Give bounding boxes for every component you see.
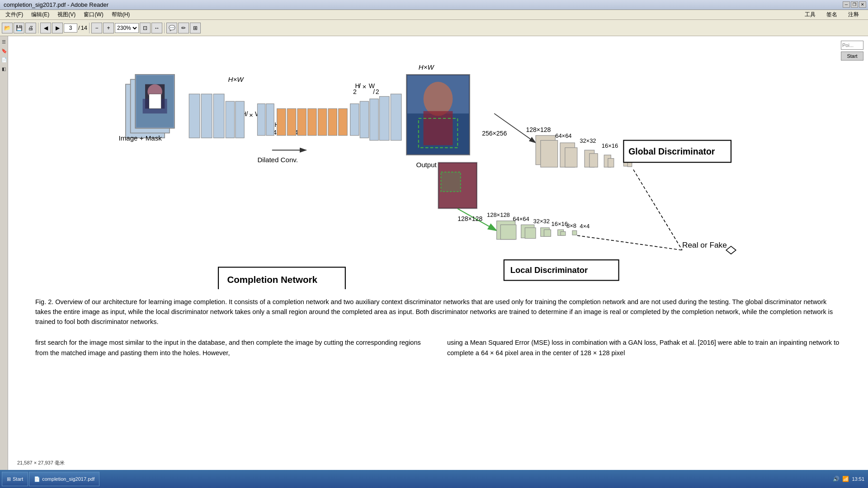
pdf-icon: 📄 <box>34 476 40 482</box>
svg-text:×: × <box>249 111 253 119</box>
two-column-text: first search for the image most similar … <box>35 338 841 358</box>
svg-text:Local Discriminator: Local Discriminator <box>510 265 588 275</box>
windows-icon: ⊞ <box>7 476 11 482</box>
crop-btn[interactable]: ⊞ <box>190 23 201 33</box>
fit-width-button[interactable]: ↔ <box>151 23 162 33</box>
start-label: Start <box>13 476 23 482</box>
svg-text:64×64: 64×64 <box>513 216 529 222</box>
network-icon: 🔊 <box>833 476 840 482</box>
layers-icon[interactable]: ◧ <box>0 65 8 72</box>
menu-window[interactable]: 窗口(W) <box>80 10 107 19</box>
svg-rect-20 <box>226 101 234 138</box>
open-button[interactable]: 📂 <box>2 23 13 33</box>
markup-btn[interactable]: ✏ <box>178 23 189 33</box>
pdf-page: Start Image + Mask <box>8 36 868 470</box>
svg-text:/: / <box>373 88 375 95</box>
clock-time: 13:51 <box>852 476 864 482</box>
col2-text: using a Mean Squared Error (MSE) loss in… <box>447 338 841 358</box>
svg-rect-69 <box>541 141 558 167</box>
svg-text:H×W: H×W <box>419 63 435 71</box>
svg-line-105 <box>577 235 682 250</box>
svg-text:32×32: 32×32 <box>533 218 550 225</box>
pages-icon[interactable]: 📄 <box>0 56 8 63</box>
svg-rect-42 <box>370 99 378 141</box>
separator2 <box>89 23 90 33</box>
window-controls: ─ ❐ ✕ <box>843 1 866 8</box>
taskbar-right: 🔊 📶 13:51 <box>833 476 866 482</box>
svg-point-55 <box>424 82 453 116</box>
titlebar: completion_sig2017.pdf - Adobe Reader ─ … <box>0 0 868 10</box>
svg-text:Completion Network: Completion Network <box>227 274 317 285</box>
sign-menu[interactable]: 签名 <box>823 10 841 19</box>
svg-rect-75 <box>608 159 614 167</box>
next-page-button[interactable]: ▶ <box>52 23 63 33</box>
page-dimensions: 21,587 × 27,937 毫米 <box>17 460 65 466</box>
svg-rect-44 <box>391 94 401 141</box>
menu-view[interactable]: 视图(V) <box>54 10 79 19</box>
svg-text:Output: Output <box>416 161 437 169</box>
col1-text: first search for the image most similar … <box>35 338 429 358</box>
zoom-select[interactable]: 230% 100% 150% <box>115 23 139 33</box>
separator3 <box>164 23 165 33</box>
svg-rect-37 <box>339 108 347 135</box>
floating-buttons: Start <box>841 41 863 61</box>
svg-rect-71 <box>565 148 577 167</box>
svg-rect-91 <box>544 230 551 236</box>
minimize-button[interactable]: ─ <box>843 1 850 8</box>
svg-text:×: × <box>363 83 367 90</box>
side-panel: ☰ 🔖 📄 ◧ <box>0 36 8 470</box>
start-taskbar-button[interactable]: ⊞ Start <box>2 472 28 486</box>
svg-text:256×256: 256×256 <box>482 130 507 137</box>
menu-help[interactable]: 帮助(H) <box>108 10 134 19</box>
svg-text:Real or Fake: Real or Fake <box>682 240 727 249</box>
svg-rect-35 <box>318 108 326 135</box>
svg-rect-40 <box>350 104 359 136</box>
svg-text:16×16: 16×16 <box>602 142 618 149</box>
restore-button[interactable]: ❐ <box>851 1 858 8</box>
svg-rect-30 <box>266 104 274 136</box>
pdf-taskbar-item[interactable]: 📄 completion_sig2017.pdf <box>29 472 99 486</box>
print-button[interactable]: 🖨 <box>25 23 36 33</box>
save-button[interactable]: 💾 <box>14 23 24 33</box>
svg-text:64×64: 64×64 <box>555 132 571 139</box>
fit-page-button[interactable]: ⊡ <box>140 23 151 33</box>
pdf-content: Start Image + Mask <box>8 36 868 470</box>
page-separator: / <box>78 24 80 31</box>
svg-text:128×128: 128×128 <box>458 215 482 222</box>
zoom-out-button[interactable]: − <box>91 23 102 33</box>
menu-file[interactable]: 文件(F) <box>2 10 27 19</box>
svg-rect-8 <box>149 94 161 108</box>
page-input[interactable] <box>64 23 77 33</box>
tools-menu[interactable]: 工具 <box>801 10 819 19</box>
svg-text:16×16: 16×16 <box>552 221 568 227</box>
poi-input[interactable] <box>841 41 863 50</box>
prev-page-button[interactable]: ◀ <box>40 23 51 33</box>
bookmark-icon[interactable]: 🔖 <box>0 47 8 54</box>
svg-text:128×128: 128×128 <box>526 126 551 133</box>
svg-rect-32 <box>287 108 296 135</box>
start-button[interactable]: Start <box>841 52 863 61</box>
comment-menu[interactable]: 注释 <box>844 10 863 19</box>
svg-text:2: 2 <box>376 88 379 95</box>
architecture-diagram: Image + Mask H×W H / 2 × W / 2 <box>35 45 841 289</box>
hand-icon[interactable]: ☰ <box>0 38 8 45</box>
svg-text:Dilated Conv.: Dilated Conv. <box>257 156 298 164</box>
svg-text:128×128: 128×128 <box>487 211 510 218</box>
svg-rect-31 <box>277 108 286 135</box>
page-navigation: / 14 <box>64 23 87 33</box>
close-button[interactable]: ✕ <box>859 1 866 8</box>
svg-rect-43 <box>379 96 389 140</box>
svg-rect-21 <box>236 101 244 138</box>
svg-rect-89 <box>525 228 536 239</box>
svg-rect-87 <box>500 225 516 239</box>
svg-rect-41 <box>360 101 368 138</box>
svg-rect-33 <box>297 108 306 135</box>
svg-line-104 <box>633 169 682 250</box>
svg-rect-29 <box>257 104 265 136</box>
zoom-in-button[interactable]: + <box>103 23 114 33</box>
caption-text: Fig. 2. Overview of our architecture for… <box>35 297 841 327</box>
menu-edit[interactable]: 编辑(E) <box>28 10 53 19</box>
svg-text:Global Discriminator: Global Discriminator <box>628 146 715 156</box>
comment-btn[interactable]: 💬 <box>166 23 177 33</box>
svg-rect-12 <box>213 94 224 138</box>
